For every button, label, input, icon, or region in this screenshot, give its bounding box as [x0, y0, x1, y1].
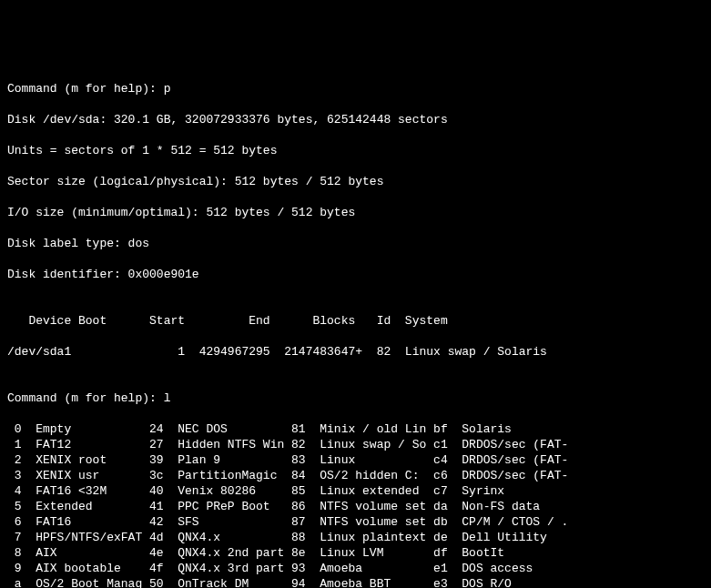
partition-type-row: 8 AIX 4e QNX4.x 2nd part 8e Linux LVM df… [7, 545, 704, 561]
sector-size-line: Sector size (logical/physical): 512 byte… [7, 174, 704, 189]
command-prompt: Command (m for help): [7, 391, 164, 405]
partition-type-row: 9 AIX bootable 4f QNX4.x 3rd part 93 Amo… [7, 561, 704, 576]
command-input[interactable]: p [164, 82, 171, 96]
partition-type-row: 4 FAT16 <32M 40 Venix 80286 85 Linux ext… [7, 483, 704, 499]
partition-table-header: Device Boot Start End Blocks Id System [7, 313, 704, 329]
partition-type-row: 7 HPFS/NTFS/exFAT 4d QNX4.x 88 Linux pla… [7, 530, 704, 545]
command-input[interactable]: l [164, 391, 171, 405]
disk-identifier-line: Disk identifier: 0x000e901e [7, 267, 704, 282]
partition-type-row: 1 FAT12 27 Hidden NTFS Win 82 Linux swap… [7, 437, 704, 452]
partition-type-row: 3 XENIX usr 3c PartitionMagic 84 OS/2 hi… [7, 468, 704, 483]
partition-type-row: 0 Empty 24 NEC DOS 81 Minix / old Lin bf… [7, 421, 704, 437]
partition-types-list: 0 Empty 24 NEC DOS 81 Minix / old Lin bf… [7, 421, 704, 588]
disk-info-line: Disk /dev/sda: 320.1 GB, 320072933376 by… [7, 112, 704, 127]
disk-label-line: Disk label type: dos [7, 236, 704, 251]
partition-type-row: 2 XENIX root 39 Plan 9 83 Linux c4 DRDOS… [7, 452, 704, 468]
partition-type-row: a OS/2 Boot Manag 50 OnTrack DM 94 Amoeb… [7, 576, 704, 588]
io-size-line: I/O size (minimum/optimal): 512 bytes / … [7, 205, 704, 220]
terminal-output: Command (m for help): p Disk /dev/sda: 3… [7, 66, 704, 588]
partition-type-row: 6 FAT16 42 SFS 87 NTFS volume set db CP/… [7, 514, 704, 530]
partition-table-row: /dev/sda1 1 4294967295 2147483647+ 82 Li… [7, 344, 704, 360]
units-line: Units = sectors of 1 * 512 = 512 bytes [7, 143, 704, 158]
command-prompt: Command (m for help): [7, 82, 164, 96]
partition-type-row: 5 Extended 41 PPC PReP Boot 86 NTFS volu… [7, 499, 704, 514]
